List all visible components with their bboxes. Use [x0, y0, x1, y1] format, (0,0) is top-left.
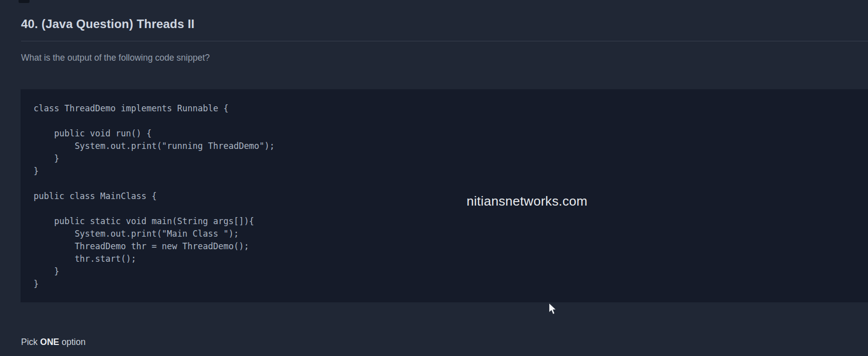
code-snippet-text: class ThreadDemo implements Runnable { p…: [21, 89, 868, 290]
pick-label-prefix: Pick: [21, 337, 38, 347]
code-snippet-block: class ThreadDemo implements Runnable { p…: [21, 89, 868, 302]
question-prompt-text: What is the output of the following code…: [21, 53, 210, 63]
watermark-text: nitiansnetworks.com: [467, 194, 587, 209]
pick-label-bold: ONE: [40, 337, 59, 347]
title-divider: [21, 41, 868, 42]
pick-one-option-label: Pick ONE option: [21, 337, 86, 347]
mouse-cursor-icon: [548, 302, 559, 316]
top-notch-decoration: [19, 0, 30, 3]
quiz-question-page: 40. (Java Question) Threads II What is t…: [0, 0, 868, 356]
question-title: 40. (Java Question) Threads II: [21, 17, 194, 31]
pick-label-suffix: option: [62, 337, 86, 347]
